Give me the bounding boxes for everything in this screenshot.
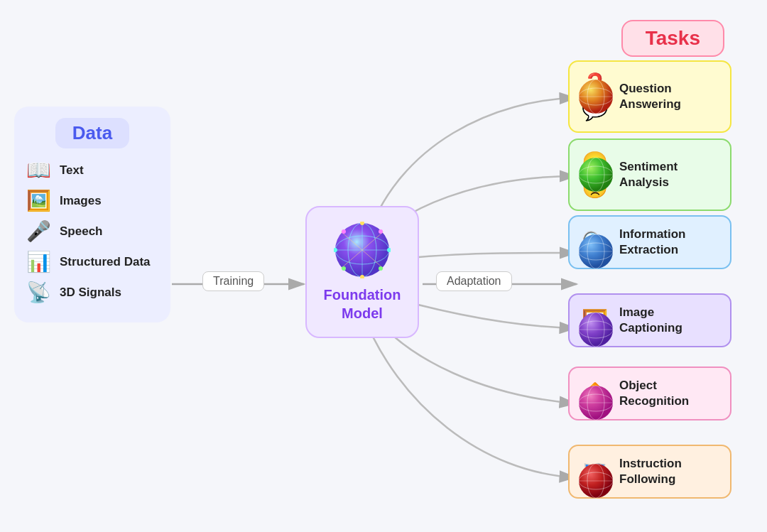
data-item-speech: 🎤 Speech — [23, 219, 162, 243]
obj-label: ObjectRecognition — [619, 378, 689, 409]
qa-sphere — [577, 78, 614, 115]
speech-label: Speech — [60, 224, 102, 239]
obj-sphere — [577, 384, 614, 421]
tasks-label: Tasks — [621, 20, 724, 57]
instruction-sphere — [577, 462, 614, 499]
caption-label: ImageCaptioning — [619, 305, 682, 336]
3d-label: 3D Signals — [60, 286, 121, 300]
foundation-model-box: FoundationModel — [305, 206, 419, 338]
svg-point-14 — [342, 229, 346, 234]
data-panel: Data 📖 Text 🖼️ Images 🎤 Speech 📊 Structu… — [14, 107, 170, 322]
foundation-model-title: FoundationModel — [314, 286, 410, 322]
svg-point-16 — [342, 266, 346, 271]
instruction-label: InstructionFollowing — [619, 456, 682, 487]
caption-sphere — [577, 311, 614, 348]
text-icon: 📖 — [23, 158, 54, 182]
images-label: Images — [60, 194, 102, 208]
data-item-text: 📖 Text — [23, 158, 162, 182]
sentiment-label: SentimentAnalysis — [619, 159, 678, 190]
training-label: Training — [202, 271, 264, 291]
svg-point-17 — [379, 266, 383, 271]
foundation-model-sphere — [334, 222, 391, 278]
structured-label: Structured Data — [60, 255, 151, 269]
ie-label: InformationExtraction — [619, 227, 686, 258]
text-label: Text — [60, 163, 84, 178]
sentiment-sphere — [577, 156, 614, 193]
images-icon: 🖼️ — [23, 189, 54, 212]
structured-icon: 📊 — [23, 250, 54, 273]
data-title: Data — [55, 118, 129, 148]
ie-sphere — [577, 233, 614, 270]
3d-icon: 📡 — [23, 281, 54, 304]
data-item-3d: 📡 3D Signals — [23, 281, 162, 304]
data-item-images: 🖼️ Images — [23, 189, 162, 212]
data-item-structured: 📊 Structured Data — [23, 250, 162, 273]
adaptation-label: Adaptation — [436, 271, 512, 291]
speech-icon: 🎤 — [23, 219, 54, 243]
qa-label: Question Answering — [619, 81, 720, 112]
svg-point-15 — [379, 229, 383, 234]
